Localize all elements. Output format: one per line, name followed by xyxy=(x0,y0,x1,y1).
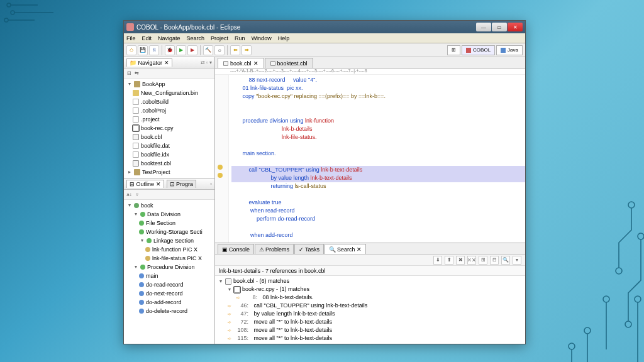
perspective-cobol[interactable]: COBOL xyxy=(462,45,495,55)
search-tab[interactable]: 🔍 Search ✕ xyxy=(325,244,366,254)
result-file[interactable]: ▾book.cbl - (6) matches xyxy=(218,277,523,285)
outline-item[interactable]: ▾Procedure Division xyxy=(126,263,212,272)
project-testproject[interactable]: ▸TestProject xyxy=(126,168,212,177)
code-editor[interactable]: ----+-*A-1-B--+----2----+----3----+----4… xyxy=(215,69,525,243)
outline-root[interactable]: ▾book xyxy=(126,201,212,210)
editor-tab-bookcbl[interactable]: book.cbl ✕ xyxy=(218,58,264,68)
editor-gutter[interactable] xyxy=(215,75,229,243)
svg-point-5 xyxy=(638,233,644,239)
result-line[interactable]: ➪47: by value length lnk-b-text-details xyxy=(218,310,523,318)
open-type-button[interactable]: ⌕ xyxy=(214,45,225,55)
column-ruler: ----+-*A-1-B--+----2----+----3----+----4… xyxy=(215,69,525,75)
collapse-all-icon[interactable]: ⊟ xyxy=(126,70,132,76)
collapse-all-button[interactable]: ⊟ xyxy=(490,256,499,265)
result-sub[interactable]: ▾book-rec.cpy - (1) matches xyxy=(218,285,523,293)
result-line[interactable]: ➪46: call "CBL_TOUPPER" using lnk-b-text… xyxy=(218,302,523,310)
run-ext-button[interactable]: ▶ xyxy=(187,45,197,55)
outline-item[interactable]: main xyxy=(126,272,212,280)
prev-match-button[interactable]: ⬆ xyxy=(445,256,453,265)
project-bookapp[interactable]: ▾BookApp xyxy=(126,80,212,89)
file-bookreccpy[interactable]: book-rec.cpy xyxy=(126,124,212,133)
navigator-tab[interactable]: 📁 Navigator ✕ xyxy=(126,58,172,67)
search-results[interactable]: ▾book.cbl - (6) matches ▾book-rec.cpy - … xyxy=(215,276,525,344)
ide-window: COBOL - BookApp/book.cbl - Eclipse — ▭ ✕… xyxy=(123,20,526,344)
search-match-marker[interactable] xyxy=(218,165,223,170)
forward-button[interactable]: ➡ xyxy=(242,45,252,55)
run-button[interactable]: ▶ xyxy=(176,45,186,55)
remove-all-button[interactable]: ⨯⨯ xyxy=(467,256,476,265)
sort-icon[interactable]: a↓ xyxy=(126,192,132,197)
result-line[interactable]: ➪115: move all "*" to lnk-b-text-details xyxy=(218,334,523,343)
file-cobolproj[interactable]: .cobolProj xyxy=(126,106,212,115)
expand-all-button[interactable]: ⊞ xyxy=(479,256,487,265)
svg-point-2 xyxy=(4,18,8,22)
back-button[interactable]: ⬅ xyxy=(230,45,240,55)
maximize-button[interactable]: ▭ xyxy=(492,23,507,31)
outline-item[interactable]: File Section xyxy=(126,219,212,228)
outline-item[interactable]: ▾Data Division xyxy=(126,210,212,219)
file-booktestcbl[interactable]: booktest.cbl xyxy=(126,159,212,168)
svg-point-3 xyxy=(628,202,635,208)
debug-button[interactable]: 🐞 xyxy=(165,45,175,55)
file-bookfiledat[interactable]: bookfile.dat xyxy=(126,141,212,150)
remove-match-button[interactable]: ✖ xyxy=(456,256,465,265)
problems-tab[interactable]: ⚠ Problems xyxy=(255,244,294,254)
outline-tab[interactable]: ⊟ Outline ✕ xyxy=(126,180,164,188)
menu-run[interactable]: Run xyxy=(235,35,245,41)
navigator-tree[interactable]: ▾BookApp New_Configuration.bin .cobolBui… xyxy=(124,79,214,178)
next-match-button[interactable]: ⬇ xyxy=(433,256,442,265)
outline-item[interactable]: do-add-record xyxy=(126,298,212,307)
view-menu-button[interactable]: ▾ xyxy=(513,256,521,265)
titlebar[interactable]: COBOL - BookApp/book.cbl - Eclipse — ▭ ✕ xyxy=(124,21,525,33)
file-bookfileidx[interactable]: bookfile.idx xyxy=(126,150,212,159)
svg-point-4 xyxy=(616,268,622,274)
link-editor-icon[interactable]: ⇆ xyxy=(134,70,140,76)
program-tab[interactable]: ⊡ Progra xyxy=(167,180,197,188)
minimize-button[interactable]: — xyxy=(476,23,491,31)
outline-item[interactable]: do-read-record xyxy=(126,280,212,289)
menu-file[interactable]: File xyxy=(126,35,136,41)
outline-item[interactable]: Working-Storage Secti xyxy=(126,228,212,236)
result-line[interactable]: ➪72: move all "*" to lnk-b-text-details xyxy=(218,318,523,326)
code-content[interactable]: 88 next-record value "4". 01 lnk-file-st… xyxy=(215,75,525,241)
menu-search[interactable]: Search xyxy=(187,35,205,41)
tasks-tab[interactable]: ✓ Tasks xyxy=(294,244,324,254)
outline-item[interactable]: ▾Linkage Section xyxy=(126,236,212,245)
search-summary: lnk-b-text-details - 7 references in boo… xyxy=(215,266,525,276)
menu-edit[interactable]: Edit xyxy=(142,35,152,41)
search-match-marker[interactable] xyxy=(218,173,223,178)
save-all-button[interactable]: ⎘ xyxy=(149,45,159,55)
outline-menu-icon[interactable]: ▫ xyxy=(210,181,212,187)
menu-window[interactable]: Window xyxy=(252,35,272,41)
console-tab[interactable]: ▣ Console xyxy=(218,244,254,254)
editor-tab-booktestcbl[interactable]: booktest.cbl xyxy=(265,58,313,68)
outline-item[interactable]: do-delete-record xyxy=(126,307,212,315)
outline-item[interactable]: lnk-file-status PIC X xyxy=(126,254,212,263)
outline-item[interactable]: lnk-function PIC X xyxy=(126,245,212,254)
file-project[interactable]: .project xyxy=(126,115,212,124)
svg-point-8 xyxy=(584,327,591,334)
app-icon xyxy=(126,23,134,31)
file-bookcbl[interactable]: book.cbl xyxy=(126,133,212,141)
filter-icon[interactable]: ▿ xyxy=(134,192,140,197)
file-cobolbuild[interactable]: .cobolBuild xyxy=(126,97,212,106)
history-button[interactable]: 🔍 xyxy=(501,256,510,265)
result-line[interactable]: ➪108: move all "*" to lnk-b-text-details xyxy=(218,326,523,334)
new-button[interactable]: ◇ xyxy=(126,45,136,55)
menu-project[interactable]: Project xyxy=(211,35,228,41)
window-title: COBOL - BookApp/book.cbl - Eclipse xyxy=(136,24,476,31)
view-menu-icon[interactable]: ⇄ ▫ ▾ xyxy=(201,60,212,65)
svg-point-6 xyxy=(625,321,631,327)
save-button[interactable]: 💾 xyxy=(138,45,148,55)
file-newconfig[interactable]: New_Configuration.bin xyxy=(126,89,212,97)
outline-item[interactable]: do-next-record xyxy=(126,289,212,298)
build-button[interactable]: 🔨 xyxy=(203,45,213,55)
menu-help[interactable]: Help xyxy=(278,35,290,41)
menu-navigate[interactable]: Navigate xyxy=(158,35,180,41)
open-perspective-button[interactable]: ⊞ xyxy=(447,45,460,55)
outline-tree[interactable]: ▾book ▾Data Division File Section Workin… xyxy=(124,200,214,317)
perspective-java[interactable]: Java xyxy=(496,45,523,55)
result-line[interactable]: ➪8: 08 lnk-b-text-details. xyxy=(218,293,523,302)
close-button[interactable]: ✕ xyxy=(508,23,523,31)
bottom-panel: ▣ Console ⚠ Problems ✓ Tasks 🔍 Search ✕ … xyxy=(215,243,525,344)
